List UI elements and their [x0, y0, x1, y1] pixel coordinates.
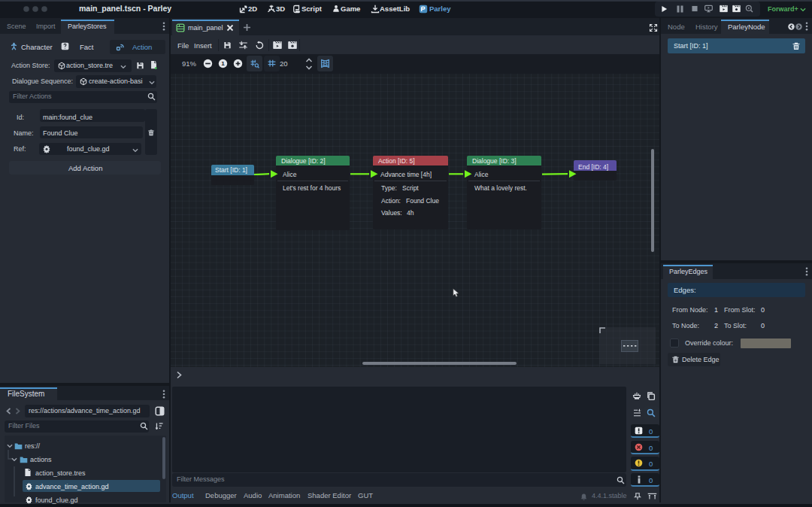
svg-text:1: 1 — [221, 60, 225, 67]
